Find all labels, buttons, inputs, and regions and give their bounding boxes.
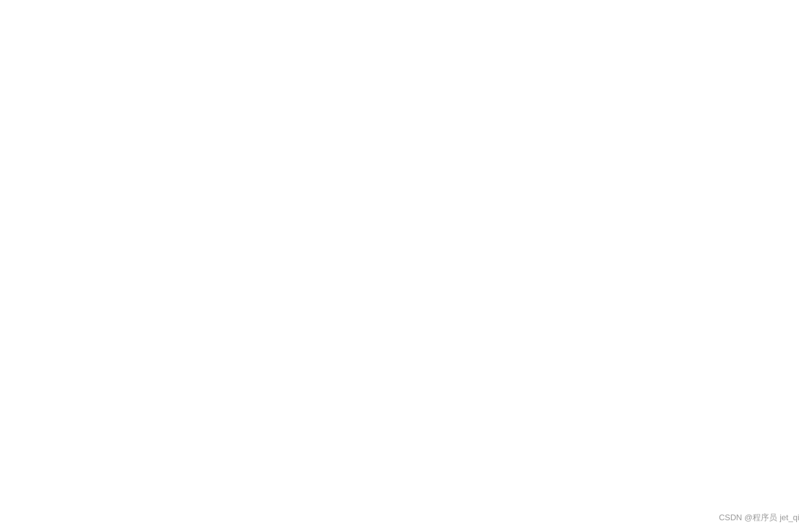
watermark: CSDN @程序员 jet_qi	[719, 512, 799, 523]
main-container	[0, 0, 812, 18]
